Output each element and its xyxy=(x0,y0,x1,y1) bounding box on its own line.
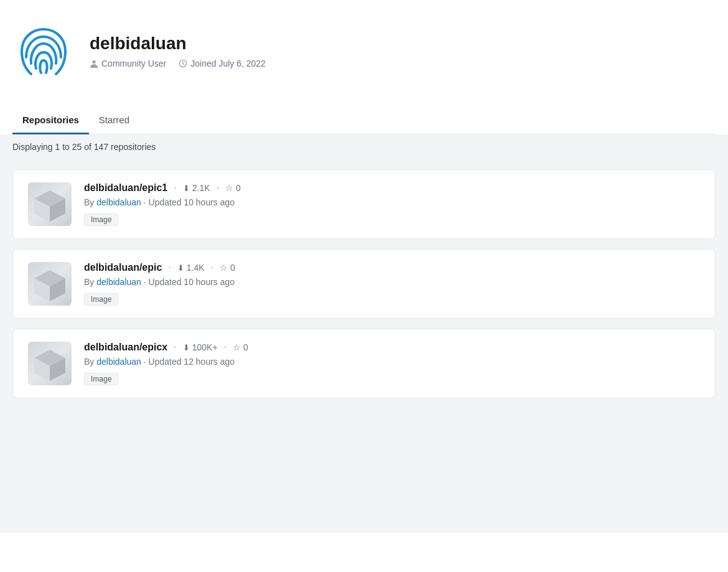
repo-details: delbidaluan/epicx · 100K+ · 0 By xyxy=(84,342,700,385)
repo-details: delbidaluan/epic · 1.4K · 0 By d xyxy=(84,262,700,306)
repo-downloads: 1.4K xyxy=(177,263,205,273)
repo-thumbnail xyxy=(28,262,72,306)
repo-name[interactable]: delbidaluan/epic xyxy=(84,262,162,273)
tag-badge: Image xyxy=(84,373,118,385)
profile-header: delbidaluan Community User xyxy=(12,0,716,107)
repo-name[interactable]: delbidaluan/epic1 xyxy=(84,182,167,194)
profile-name: delbidaluan xyxy=(90,34,266,54)
repo-stars: 0 xyxy=(225,183,241,193)
display-count-text: Displaying 1 to 25 of 147 repositories xyxy=(12,142,156,152)
profile-info: delbidaluan Community User xyxy=(90,34,266,68)
profile-meta: Community User Joined July 6, 2022 xyxy=(90,59,266,68)
profile-role: Community User xyxy=(101,59,166,68)
repo-by-line: By delbidaluan · Updated 12 hours ago xyxy=(84,357,700,367)
repo-card: delbidaluan/epicx · 100K+ · 0 By xyxy=(12,329,716,398)
repo-title-row: delbidaluan/epic1 · 2.1K · 0 xyxy=(84,182,700,194)
repo-title-row: delbidaluan/epic · 1.4K · 0 xyxy=(84,262,700,273)
user-icon xyxy=(90,59,98,68)
repo-tags: Image xyxy=(84,213,700,226)
star-icon xyxy=(220,263,228,273)
repo-updated: Updated 10 hours ago xyxy=(149,197,235,207)
repo-card: delbidaluan/epic · 1.4K · 0 By d xyxy=(12,249,716,319)
download-icon xyxy=(183,342,190,352)
repo-thumbnail xyxy=(28,182,72,226)
repo-stars: 0 xyxy=(233,342,248,352)
profile-joined-item: Joined July 6, 2022 xyxy=(179,59,266,68)
repo-by-line: By delbidaluan · Updated 10 hours ago xyxy=(84,277,700,287)
repo-stars: 0 xyxy=(220,263,235,273)
repo-details: delbidaluan/epic1 · 2.1K · 0 By xyxy=(84,182,700,226)
profile-joined: Joined July 6, 2022 xyxy=(190,59,266,68)
avatar xyxy=(12,20,75,82)
display-count-banner: Displaying 1 to 25 of 147 repositories xyxy=(0,134,728,159)
repo-card: delbidaluan/epic1 · 2.1K · 0 By xyxy=(12,169,716,239)
repos-section: delbidaluan/epic1 · 2.1K · 0 By xyxy=(0,159,728,533)
repo-by-line: By delbidaluan · Updated 10 hours ago xyxy=(84,197,700,207)
repo-updated: Updated 12 hours ago xyxy=(149,357,235,367)
clock-icon xyxy=(179,59,187,68)
repo-tags: Image xyxy=(84,373,700,385)
star-icon xyxy=(233,342,241,352)
star-icon xyxy=(225,183,233,193)
tag-badge: Image xyxy=(84,213,118,226)
repo-updated: Updated 10 hours ago xyxy=(149,277,235,287)
repo-author-link[interactable]: delbidaluan xyxy=(96,357,141,367)
tabs-list: Repositories Starred xyxy=(12,107,716,134)
tag-badge: Image xyxy=(84,293,118,306)
repo-name[interactable]: delbidaluan/epicx xyxy=(84,342,167,353)
repo-downloads: 2.1K xyxy=(183,183,210,193)
repo-tags: Image xyxy=(84,293,700,306)
tab-repositories[interactable]: Repositories xyxy=(12,107,89,134)
tab-starred[interactable]: Starred xyxy=(89,107,139,134)
repo-thumbnail xyxy=(28,342,72,385)
repo-author-link[interactable]: delbidaluan xyxy=(96,197,141,207)
download-icon xyxy=(177,263,184,273)
download-icon xyxy=(183,183,190,193)
repo-title-row: delbidaluan/epicx · 100K+ · 0 xyxy=(84,342,700,353)
tabs-section: Repositories Starred xyxy=(12,107,716,134)
repo-downloads: 100K+ xyxy=(183,342,218,352)
repo-author-link[interactable]: delbidaluan xyxy=(96,277,141,287)
profile-role-item: Community User xyxy=(90,59,166,68)
